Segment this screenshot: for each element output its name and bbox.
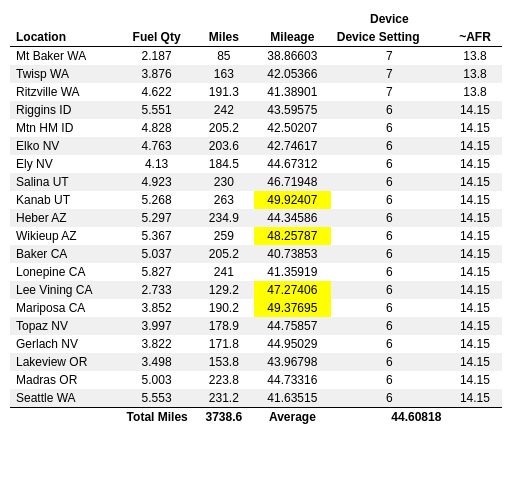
total-row: Total Miles 3738.6 Average 44.60818 bbox=[10, 408, 502, 427]
cell-fuel-qty: 4.622 bbox=[119, 83, 193, 101]
cell-fuel-qty: 4.828 bbox=[119, 119, 193, 137]
cell-device-setting: 6 bbox=[331, 353, 448, 371]
table-row: Lakeview OR3.498153.843.96798614.15 bbox=[10, 353, 502, 371]
total-miles: 3738.6 bbox=[194, 408, 254, 427]
cell-mileage: 40.73853 bbox=[254, 245, 331, 263]
cell-mileage: 44.95029 bbox=[254, 335, 331, 353]
cell-location: Heber AZ bbox=[10, 209, 119, 227]
header-device-setting-sub: Device Setting bbox=[331, 28, 448, 47]
cell-device-setting: 6 bbox=[331, 227, 448, 245]
cell-mileage: 42.05366 bbox=[254, 65, 331, 83]
cell-afr: 14.15 bbox=[448, 281, 502, 299]
cell-fuel-qty: 3.822 bbox=[119, 335, 193, 353]
cell-fuel-qty: 3.876 bbox=[119, 65, 193, 83]
cell-device-setting: 6 bbox=[331, 371, 448, 389]
cell-mileage: 44.67312 bbox=[254, 155, 331, 173]
cell-fuel-qty: 5.367 bbox=[119, 227, 193, 245]
cell-afr: 14.15 bbox=[448, 245, 502, 263]
table-row: Madras OR5.003223.844.73316614.15 bbox=[10, 371, 502, 389]
table-row: Ritzville WA4.622191.341.38901713.8 bbox=[10, 83, 502, 101]
cell-device-setting: 6 bbox=[331, 317, 448, 335]
table-body: Mt Baker WA2.1878538.86603713.8Twisp WA3… bbox=[10, 47, 502, 408]
cell-fuel-qty: 5.553 bbox=[119, 389, 193, 408]
cell-mileage: 48.25787 bbox=[254, 227, 331, 245]
header-miles: Miles bbox=[194, 10, 254, 47]
cell-afr: 14.15 bbox=[448, 299, 502, 317]
cell-device-setting: 6 bbox=[331, 263, 448, 281]
table-row: Heber AZ5.297234.944.34586614.15 bbox=[10, 209, 502, 227]
cell-fuel-qty: 5.037 bbox=[119, 245, 193, 263]
total-label: Total Miles bbox=[10, 408, 194, 427]
cell-afr: 13.8 bbox=[448, 47, 502, 66]
cell-mileage: 41.35919 bbox=[254, 263, 331, 281]
cell-device-setting: 6 bbox=[331, 281, 448, 299]
cell-afr: 14.15 bbox=[448, 335, 502, 353]
cell-fuel-qty: 4.13 bbox=[119, 155, 193, 173]
cell-afr: 13.8 bbox=[448, 65, 502, 83]
table-row: Twisp WA3.87616342.05366713.8 bbox=[10, 65, 502, 83]
cell-afr: 14.15 bbox=[448, 101, 502, 119]
header-mileage: Mileage bbox=[254, 10, 331, 47]
cell-afr: 14.15 bbox=[448, 173, 502, 191]
cell-location: Seattle WA bbox=[10, 389, 119, 408]
cell-fuel-qty: 4.763 bbox=[119, 137, 193, 155]
cell-device-setting: 7 bbox=[331, 83, 448, 101]
cell-afr: 14.15 bbox=[448, 371, 502, 389]
cell-miles: 230 bbox=[194, 173, 254, 191]
cell-location: Lee Vining CA bbox=[10, 281, 119, 299]
cell-miles: 241 bbox=[194, 263, 254, 281]
average-value: 44.60818 bbox=[331, 408, 502, 427]
table-row: Kanab UT5.26826349.92407614.15 bbox=[10, 191, 502, 209]
cell-location: Baker CA bbox=[10, 245, 119, 263]
cell-location: Madras OR bbox=[10, 371, 119, 389]
cell-device-setting: 6 bbox=[331, 119, 448, 137]
cell-fuel-qty: 3.852 bbox=[119, 299, 193, 317]
cell-location: Topaz NV bbox=[10, 317, 119, 335]
cell-miles: 129.2 bbox=[194, 281, 254, 299]
header-device-setting: Device bbox=[331, 10, 448, 28]
header-location: Location bbox=[10, 10, 119, 47]
cell-mileage: 38.86603 bbox=[254, 47, 331, 66]
cell-device-setting: 6 bbox=[331, 245, 448, 263]
cell-device-setting: 6 bbox=[331, 173, 448, 191]
cell-afr: 14.15 bbox=[448, 227, 502, 245]
cell-mileage: 41.63515 bbox=[254, 389, 331, 408]
cell-location: Ely NV bbox=[10, 155, 119, 173]
cell-mileage: 44.75857 bbox=[254, 317, 331, 335]
table-row: Lonepine CA5.82724141.35919614.15 bbox=[10, 263, 502, 281]
cell-fuel-qty: 5.268 bbox=[119, 191, 193, 209]
cell-miles: 223.8 bbox=[194, 371, 254, 389]
cell-mileage: 47.27406 bbox=[254, 281, 331, 299]
cell-location: Mtn HM ID bbox=[10, 119, 119, 137]
cell-fuel-qty: 2.187 bbox=[119, 47, 193, 66]
table-row: Lee Vining CA2.733129.247.27406614.15 bbox=[10, 281, 502, 299]
cell-location: Wikieup AZ bbox=[10, 227, 119, 245]
cell-mileage: 49.37695 bbox=[254, 299, 331, 317]
cell-location: Lakeview OR bbox=[10, 353, 119, 371]
cell-afr: 13.8 bbox=[448, 83, 502, 101]
cell-miles: 171.8 bbox=[194, 335, 254, 353]
cell-fuel-qty: 5.551 bbox=[119, 101, 193, 119]
cell-device-setting: 7 bbox=[331, 47, 448, 66]
cell-location: Gerlach NV bbox=[10, 335, 119, 353]
cell-device-setting: 6 bbox=[331, 299, 448, 317]
cell-mileage: 42.50207 bbox=[254, 119, 331, 137]
cell-miles: 163 bbox=[194, 65, 254, 83]
cell-fuel-qty: 3.498 bbox=[119, 353, 193, 371]
table-row: Mariposa CA3.852190.249.37695614.15 bbox=[10, 299, 502, 317]
cell-fuel-qty: 5.297 bbox=[119, 209, 193, 227]
cell-afr: 14.15 bbox=[448, 317, 502, 335]
cell-afr: 14.15 bbox=[448, 263, 502, 281]
cell-miles: 242 bbox=[194, 101, 254, 119]
cell-afr: 14.15 bbox=[448, 137, 502, 155]
cell-mileage: 49.92407 bbox=[254, 191, 331, 209]
table-row: Mtn HM ID4.828205.242.50207614.15 bbox=[10, 119, 502, 137]
table-row: Topaz NV3.997178.944.75857614.15 bbox=[10, 317, 502, 335]
cell-afr: 14.15 bbox=[448, 353, 502, 371]
cell-device-setting: 6 bbox=[331, 155, 448, 173]
cell-location: Mariposa CA bbox=[10, 299, 119, 317]
cell-device-setting: 6 bbox=[331, 335, 448, 353]
cell-location: Elko NV bbox=[10, 137, 119, 155]
header-fuel-qty: Fuel Qty bbox=[119, 10, 193, 47]
cell-fuel-qty: 4.923 bbox=[119, 173, 193, 191]
